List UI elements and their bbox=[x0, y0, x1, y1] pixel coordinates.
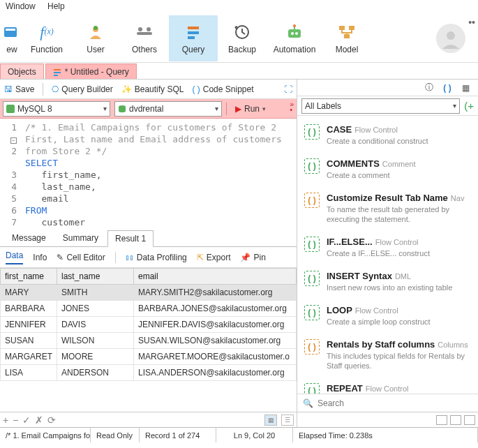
cancel-icon[interactable]: ✗ bbox=[35, 415, 43, 426]
refresh-icon[interactable]: ⟳ bbox=[47, 415, 56, 426]
snippet-item[interactable]: ( )IF...ELSE...Flow ControlCreate a IF..… bbox=[297, 231, 478, 265]
export-button[interactable]: ⇱Export bbox=[197, 253, 231, 262]
user-icon bbox=[86, 22, 105, 42]
snippet-item[interactable]: ( )LOOPFlow ControlCreate a simple loop … bbox=[297, 299, 478, 334]
table-row[interactable]: MARGARETMOOREMARGARET.MOORE@sakilacustom… bbox=[1, 349, 297, 365]
overflow-icon[interactable]: »• bbox=[290, 102, 294, 113]
snippet-icon: ( ) bbox=[304, 339, 320, 354]
table-row[interactable]: SUSANWILSONSUSAN.WILSON@sakilacustomer.o… bbox=[1, 333, 297, 349]
run-button[interactable]: ▶ Run ▾ bbox=[231, 101, 270, 117]
subtab-data[interactable]: Data bbox=[6, 251, 23, 264]
apply-icon[interactable]: ✓ bbox=[22, 415, 31, 426]
tool-view-label: ew bbox=[6, 45, 17, 54]
menubar: Window Help bbox=[0, 0, 478, 14]
svg-rect-8 bbox=[188, 31, 199, 34]
cell-editor-button[interactable]: ✎Cell Editor bbox=[57, 253, 105, 262]
tool-automation[interactable]: Automation bbox=[267, 15, 322, 61]
avatar[interactable] bbox=[436, 24, 465, 53]
snippet-search[interactable]: 🔍 Search bbox=[297, 394, 478, 412]
tool-model-label: Model bbox=[336, 45, 359, 54]
snippet-item[interactable]: ( )COMMENTSCommentCreate a comment bbox=[297, 153, 478, 187]
toolbar-more-icon[interactable]: •• bbox=[468, 17, 475, 28]
right-footer bbox=[297, 412, 478, 427]
tab-result1[interactable]: Result 1 bbox=[107, 230, 154, 247]
tool-function[interactable]: f(x) Function bbox=[22, 15, 71, 61]
beautify-label: Beautify SQL bbox=[135, 84, 184, 94]
snippet-item[interactable]: ( )INSERT SyntaxDMLInsert new rows into … bbox=[297, 265, 478, 299]
code-snippet-icon: ( ) bbox=[192, 84, 200, 94]
chevron-down-icon: ▾ bbox=[103, 105, 107, 112]
database-combo[interactable]: dvdrental ▾ bbox=[114, 101, 222, 117]
tab-objects[interactable]: Objects bbox=[0, 64, 44, 79]
snippet-item[interactable]: ( )Customize Result Tab NameNavTo name t… bbox=[297, 187, 478, 231]
snippet-list[interactable]: ( )CASEFlow ControlCreate a conditional … bbox=[297, 116, 478, 394]
columns-icon[interactable]: ▦ bbox=[460, 82, 471, 94]
data-profiling-button[interactable]: ⫾⫾Data Profiling bbox=[126, 253, 187, 262]
server-combo[interactable]: MySQL 8 ▾ bbox=[3, 101, 110, 117]
tool-user[interactable]: User bbox=[71, 15, 120, 61]
beautify-button[interactable]: ✨Beautify SQL bbox=[121, 84, 184, 94]
tab-message[interactable]: Message bbox=[4, 230, 54, 246]
model-icon bbox=[337, 22, 357, 42]
connection-bar: MySQL 8 ▾ dvdrental ▾ ▶ Run ▾ »• bbox=[0, 99, 297, 119]
tool-others[interactable]: Others bbox=[120, 15, 169, 61]
svg-point-5 bbox=[138, 27, 142, 31]
grid-view-icon[interactable]: ▦ bbox=[264, 415, 277, 426]
menu-window[interactable]: Window bbox=[6, 1, 36, 11]
sql-editor[interactable]: 1 −23456789 /* 1. Email Campaigns for cu… bbox=[0, 119, 297, 230]
footer-box-icon[interactable] bbox=[436, 415, 447, 425]
status-readonly: Read Only bbox=[91, 428, 140, 442]
brackets-icon[interactable]: ( ) bbox=[442, 82, 453, 94]
tab-untitled-query[interactable]: * Untitled - Query bbox=[45, 64, 137, 79]
result-grid[interactable]: first_name last_name email MARYSMITHMARY… bbox=[0, 268, 297, 412]
table-row[interactable]: JENNIFERDAVISJENNIFER.DAVIS@sakilacustom… bbox=[1, 317, 297, 333]
tab-summary[interactable]: Summary bbox=[55, 230, 106, 246]
expand-icon[interactable]: ⛶ bbox=[284, 84, 292, 94]
form-view-icon[interactable]: ☰ bbox=[281, 415, 294, 426]
delete-row-icon[interactable]: − bbox=[13, 415, 18, 426]
svg-point-6 bbox=[147, 27, 151, 31]
tool-others-label: Others bbox=[132, 45, 157, 54]
sql-code[interactable]: /* 1. Email Campaigns for customers of S… bbox=[21, 119, 297, 230]
query-tab-icon bbox=[53, 68, 61, 76]
footer-box-icon[interactable] bbox=[464, 415, 475, 425]
code-snippet-button[interactable]: ( )Code Snippet bbox=[192, 84, 253, 94]
svg-rect-22 bbox=[54, 75, 58, 76]
snippet-panel: ⓘ ( ) ▦ All Labels ▾ (+ ( )CASEFlow Cont… bbox=[297, 80, 478, 427]
table-row[interactable]: BARBARAJONESBARBARA.JONES@sakilacustomer… bbox=[1, 301, 297, 317]
labels-combo[interactable]: All Labels ▾ bbox=[301, 98, 460, 114]
footer-box-icon[interactable] bbox=[450, 415, 461, 425]
add-row-icon[interactable]: + bbox=[3, 415, 8, 426]
save-button[interactable]: 🖫Save bbox=[4, 84, 34, 94]
table-row[interactable]: MARYSMITHMARY.SMITH2@sakilacustomer.org bbox=[1, 285, 297, 301]
svg-rect-21 bbox=[54, 72, 61, 73]
tool-backup[interactable]: Backup bbox=[218, 15, 267, 61]
chevron-down-icon: ▾ bbox=[215, 105, 218, 112]
svg-point-15 bbox=[293, 24, 296, 27]
query-builder-label: Query Builder bbox=[61, 84, 112, 94]
snippet-item[interactable]: ( )Rentals by Staff columnsColumnsThis i… bbox=[297, 334, 478, 378]
backup-icon bbox=[232, 22, 252, 42]
snippet-item[interactable]: ( )REPEATFlow ControlCreate A REPEAT con… bbox=[297, 378, 478, 394]
snippet-icon: ( ) bbox=[304, 305, 320, 320]
server-icon bbox=[6, 105, 15, 113]
add-snippet-icon[interactable]: (+ bbox=[464, 100, 474, 112]
tool-model[interactable]: Model bbox=[322, 15, 371, 61]
col-email[interactable]: email bbox=[134, 269, 297, 285]
tool-query[interactable]: Query bbox=[169, 15, 218, 61]
query-builder-icon: ⎔ bbox=[52, 84, 59, 94]
col-lastname[interactable]: last_name bbox=[57, 269, 134, 285]
col-firstname[interactable]: first_name bbox=[1, 269, 57, 285]
tool-view[interactable]: ew bbox=[1, 15, 22, 61]
server-label: MySQL 8 bbox=[17, 104, 52, 114]
subtab-info[interactable]: Info bbox=[33, 253, 47, 262]
menu-help[interactable]: Help bbox=[47, 1, 65, 11]
beautify-icon: ✨ bbox=[121, 84, 132, 94]
query-builder-button[interactable]: ⎔Query Builder bbox=[52, 84, 112, 94]
svg-point-19 bbox=[447, 31, 455, 40]
result-subbar: Data Info ✎Cell Editor ⫾⫾Data Profiling … bbox=[0, 247, 297, 268]
snippet-item[interactable]: ( )CASEFlow ControlCreate a conditional … bbox=[297, 119, 478, 153]
table-row[interactable]: LISAANDERSONLISA.ANDERSON@sakilacustomer… bbox=[1, 365, 297, 381]
pin-button[interactable]: 📌Pin bbox=[240, 253, 265, 262]
info-icon[interactable]: ⓘ bbox=[424, 82, 435, 94]
